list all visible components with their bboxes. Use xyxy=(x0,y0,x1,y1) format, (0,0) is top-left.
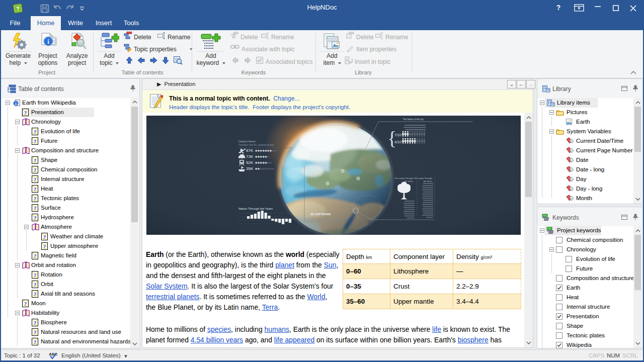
svg-text:7/10: 7/10 xyxy=(394,133,401,137)
svg-text:?: ? xyxy=(34,339,36,345)
svg-text:Nation Through the Years: Nation Through the Years xyxy=(238,207,273,210)
svg-text:★: ★ xyxy=(267,155,270,158)
svg-text:Travellers Visit No. Quantity/: Travellers Visit No. Quantity/Quality xyxy=(238,144,275,146)
svg-text:?: ? xyxy=(34,158,36,163)
svg-text:?: ? xyxy=(34,292,36,297)
svg-text:?: ? xyxy=(34,187,36,192)
svg-text:?: ? xyxy=(43,234,46,240)
svg-text:?: ? xyxy=(34,253,36,259)
svg-text:4/10: 4/10 xyxy=(394,140,401,144)
svg-text:87K: 87K xyxy=(246,148,254,153)
svg-text:?: ? xyxy=(34,167,36,173)
svg-text:the Years: the Years xyxy=(424,180,432,183)
svg-text:{: { xyxy=(387,128,396,149)
svg-text:?: ? xyxy=(43,244,46,249)
svg-text:?: ? xyxy=(34,215,36,221)
svg-text:35K: 35K xyxy=(246,166,254,171)
svg-text:i: i xyxy=(47,38,49,45)
svg-text:the Years: the Years xyxy=(405,180,413,183)
svg-text:?: ? xyxy=(34,129,36,135)
svg-text:?: ? xyxy=(34,206,36,211)
svg-text:?: ? xyxy=(34,282,36,288)
svg-text:?: ? xyxy=(34,139,36,144)
svg-text:BE SOFTWARE: BE SOFTWARE xyxy=(310,213,331,216)
svg-text:?: ? xyxy=(34,273,36,278)
svg-text:73K: 73K xyxy=(246,154,254,159)
svg-text:★: ★ xyxy=(272,167,275,170)
svg-text:?: ? xyxy=(34,196,36,202)
svg-text:★: ★ xyxy=(269,161,272,164)
svg-text:?: ? xyxy=(34,330,36,335)
svg-text:?: ? xyxy=(24,110,27,116)
svg-text:★: ★ xyxy=(274,149,277,152)
svg-text:Category Names: Category Names xyxy=(238,140,256,143)
svg-text:?: ? xyxy=(34,320,36,326)
svg-text:The nation Through: The nation Through xyxy=(414,177,433,179)
svg-text:The Name of the city: The Name of the city xyxy=(403,118,424,121)
svg-text:52K: 52K xyxy=(246,160,254,165)
svg-text:The nation Through: The nation Through xyxy=(395,177,414,179)
svg-text:?: ? xyxy=(24,301,27,307)
svg-text:?: ? xyxy=(34,177,36,183)
